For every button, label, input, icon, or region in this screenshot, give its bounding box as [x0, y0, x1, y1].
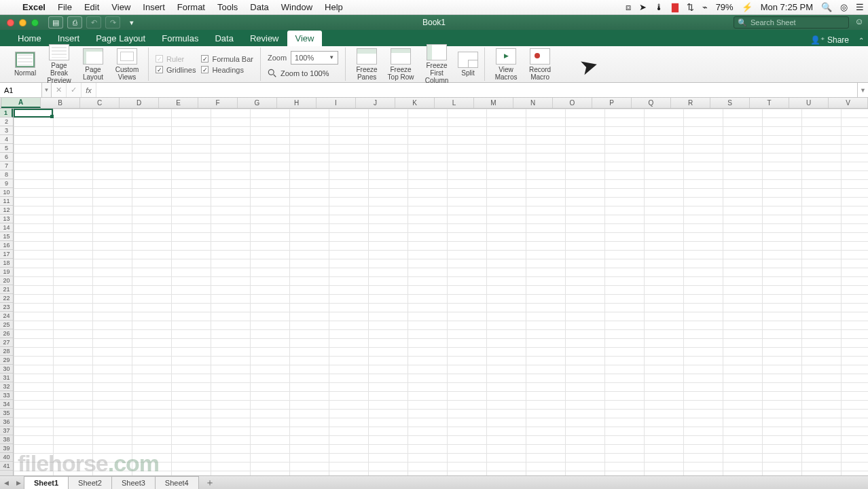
- row-header-22[interactable]: 22: [0, 294, 13, 303]
- expand-formula-bar-button[interactable]: ▼: [857, 83, 868, 97]
- name-box-dropdown[interactable]: ▼: [42, 83, 52, 97]
- cell-grid[interactable]: [14, 109, 868, 475]
- menu-window[interactable]: Window: [275, 2, 319, 12]
- share-button[interactable]: 👤⁺ Share: [805, 34, 854, 46]
- menu-tools[interactable]: Tools: [211, 2, 244, 12]
- row-header-7[interactable]: 7: [0, 162, 13, 170]
- row-header-32[interactable]: 32: [0, 382, 13, 391]
- column-header-C[interactable]: C: [80, 98, 120, 108]
- menu-format[interactable]: Format: [171, 2, 211, 12]
- normal-view-button[interactable]: Normal: [8, 52, 42, 77]
- column-header-G[interactable]: G: [238, 98, 277, 108]
- spotlight-icon[interactable]: 🔍: [817, 2, 836, 12]
- row-header-34[interactable]: 34: [0, 400, 13, 409]
- arrow-icon[interactable]: ➤: [635, 2, 651, 12]
- menu-file[interactable]: File: [52, 2, 78, 12]
- row-header-10[interactable]: 10: [0, 188, 13, 197]
- page-break-preview-button[interactable]: Page Break Preview: [42, 44, 76, 84]
- formula-bar-checkbox[interactable]: ✓Formula Bar: [201, 55, 253, 63]
- zoom-select[interactable]: 100%▼: [291, 51, 338, 65]
- sheet-tab-sheet3[interactable]: Sheet3: [111, 476, 156, 489]
- sheet-tab-sheet4[interactable]: Sheet4: [155, 476, 199, 489]
- row-header-37[interactable]: 37: [0, 427, 13, 435]
- formula-input[interactable]: [96, 83, 857, 97]
- page-layout-button[interactable]: Page Layout: [76, 48, 110, 81]
- temp-icon[interactable]: 🌡: [651, 2, 668, 12]
- row-header-15[interactable]: 15: [0, 232, 13, 241]
- tab-review[interactable]: Review: [242, 31, 287, 46]
- row-header-33[interactable]: 33: [0, 391, 13, 400]
- row-header-13[interactable]: 13: [0, 215, 13, 223]
- row-header-16[interactable]: 16: [0, 241, 13, 250]
- zoom-to-100-button[interactable]: Zoom to 100%: [268, 69, 329, 78]
- cancel-formula-button[interactable]: ✕: [52, 83, 67, 97]
- battery-percent[interactable]: 79%: [712, 2, 738, 12]
- insert-function-button[interactable]: fx: [82, 83, 96, 97]
- tab-formulas[interactable]: Formulas: [153, 31, 206, 46]
- collapse-ribbon-icon[interactable]: ⌃: [858, 37, 864, 44]
- row-header-6[interactable]: 6: [0, 153, 13, 162]
- freeze-top-row-button[interactable]: Freeze Top Row: [384, 48, 418, 81]
- tab-page-layout[interactable]: Page Layout: [88, 31, 153, 46]
- row-header-28[interactable]: 28: [0, 347, 13, 356]
- column-header-T[interactable]: T: [750, 98, 789, 108]
- prev-sheet-button[interactable]: ◀: [0, 477, 12, 489]
- menu-insert[interactable]: Insert: [137, 2, 171, 12]
- wifi-icon[interactable]: ⌁: [698, 2, 712, 12]
- row-header-4[interactable]: 4: [0, 135, 13, 144]
- save-button[interactable]: ▤: [48, 16, 63, 29]
- print-button[interactable]: ⎙: [67, 16, 82, 29]
- row-header-31[interactable]: 31: [0, 374, 13, 382]
- siri-icon[interactable]: ◎: [836, 2, 852, 12]
- record-macro-button[interactable]: Record Macro: [523, 48, 557, 81]
- column-header-Q[interactable]: Q: [632, 98, 671, 108]
- next-sheet-button[interactable]: ▶: [12, 477, 24, 489]
- column-header-R[interactable]: R: [671, 98, 710, 108]
- battery-icon[interactable]: ⚡: [738, 2, 757, 12]
- row-header-20[interactable]: 20: [0, 276, 13, 285]
- feedback-icon[interactable]: ☺: [853, 16, 865, 29]
- gridlines-checkbox[interactable]: ✓Gridlines: [156, 66, 196, 74]
- column-header-H[interactable]: H: [277, 98, 317, 108]
- row-header-30[interactable]: 30: [0, 365, 13, 374]
- row-header-2[interactable]: 2: [0, 117, 13, 126]
- add-sheet-button[interactable]: ＋: [203, 476, 217, 490]
- row-header-27[interactable]: 27: [0, 338, 13, 347]
- column-header-B[interactable]: B: [41, 98, 80, 108]
- menu-edit[interactable]: Edit: [78, 2, 105, 12]
- row-header-18[interactable]: 18: [0, 259, 13, 268]
- row-header-9[interactable]: 9: [0, 179, 13, 188]
- freeze-panes-button[interactable]: Freeze Panes: [350, 48, 384, 81]
- sync-icon[interactable]: ⇅: [683, 2, 698, 12]
- row-header-25[interactable]: 25: [0, 321, 13, 329]
- red-square-icon[interactable]: ▇: [668, 2, 683, 12]
- row-header-12[interactable]: 12: [0, 206, 13, 215]
- row-header-17[interactable]: 17: [0, 250, 13, 259]
- column-header-K[interactable]: K: [395, 98, 435, 108]
- row-header-26[interactable]: 26: [0, 329, 13, 338]
- app-name[interactable]: Excel: [16, 2, 52, 12]
- clock[interactable]: Mon 7:25 PM: [757, 2, 817, 12]
- row-header-1[interactable]: 1: [0, 109, 13, 117]
- row-header-21[interactable]: 21: [0, 285, 13, 294]
- column-header-E[interactable]: E: [159, 98, 198, 108]
- view-macros-button[interactable]: View Macros: [489, 48, 523, 81]
- row-header-41[interactable]: 41: [0, 462, 13, 471]
- column-header-M[interactable]: M: [474, 98, 513, 108]
- minimize-button[interactable]: [19, 19, 26, 26]
- column-header-F[interactable]: F: [198, 98, 238, 108]
- split-button[interactable]: Split: [456, 52, 480, 77]
- row-header-19[interactable]: 19: [0, 268, 13, 276]
- freeze-first-column-button[interactable]: Freeze First Column: [418, 44, 456, 84]
- row-header-35[interactable]: 35: [0, 409, 13, 418]
- tab-data[interactable]: Data: [206, 31, 241, 46]
- custom-views-button[interactable]: Custom Views: [110, 48, 144, 81]
- maximize-button[interactable]: [31, 19, 39, 26]
- column-header-V[interactable]: V: [829, 98, 868, 108]
- column-header-P[interactable]: P: [592, 98, 632, 108]
- row-header-38[interactable]: 38: [0, 435, 13, 444]
- column-header-I[interactable]: I: [317, 98, 356, 108]
- row-header-14[interactable]: 14: [0, 223, 13, 232]
- search-sheet-input[interactable]: 🔍 Search Sheet: [734, 16, 849, 29]
- headings-checkbox[interactable]: ✓Headings: [201, 66, 253, 74]
